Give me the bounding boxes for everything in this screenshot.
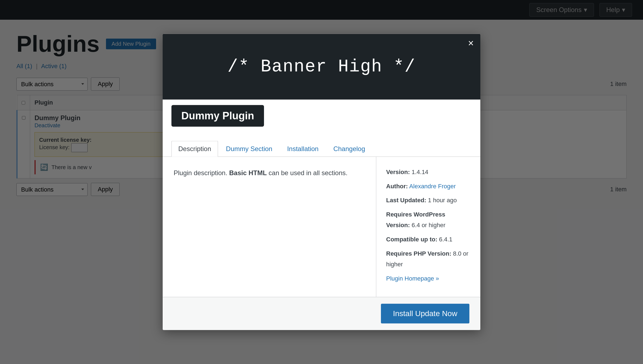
compatible-row: Compatible up to: 6.4.1	[386, 234, 470, 245]
version-row: Version: 1.4.14	[386, 167, 470, 178]
description-text: Plugin description.	[174, 169, 229, 177]
tab-installation[interactable]: Installation	[280, 141, 325, 157]
tab-changelog[interactable]: Changelog	[326, 141, 372, 157]
requires-php-label: Requires PHP Version:	[386, 250, 451, 257]
modal-banner: /* Banner High */	[163, 34, 480, 100]
description-bold: Basic HTML	[229, 169, 267, 177]
author-label: Author:	[386, 183, 408, 189]
author-row: Author: Alexandre Froger	[386, 181, 470, 192]
compatible-value: 6.4.1	[439, 236, 452, 243]
last-updated-row: Last Updated: 1 hour ago	[386, 195, 470, 206]
modal-tabs: Description Dummy Section Installation C…	[163, 132, 480, 157]
tab-description[interactable]: Description	[171, 141, 218, 157]
last-updated-label: Last Updated:	[386, 197, 426, 204]
tab-dummy-section[interactable]: Dummy Section	[219, 141, 279, 157]
install-update-button[interactable]: Install Update Now	[381, 304, 469, 323]
modal-footer: Install Update Now	[163, 297, 480, 330]
banner-text: /* Banner High */	[228, 57, 416, 77]
author-link[interactable]: Alexandre Froger	[409, 183, 456, 189]
compatible-label: Compatible up to:	[386, 236, 437, 243]
last-updated-value: 1 hour ago	[428, 197, 457, 204]
version-label: Version:	[386, 169, 410, 175]
modal-description: Plugin description. Basic HTML can be us…	[163, 157, 376, 297]
plugin-title-pill-text: Dummy Plugin	[181, 110, 254, 122]
requires-wp-row: Requires WordPress Version: 6.4 or highe…	[386, 209, 470, 231]
requires-wp-value: 6.4 or higher	[412, 222, 446, 229]
requires-php-row: Requires PHP Version: 8.0 or higher	[386, 248, 470, 270]
plugin-title-pill: Dummy Plugin	[171, 105, 264, 127]
description-rest: can be used in all sections.	[267, 169, 348, 177]
modal-body: Plugin description. Basic HTML can be us…	[163, 157, 480, 297]
homepage-row: Plugin Homepage »	[386, 273, 470, 284]
plugin-homepage-link[interactable]: Plugin Homepage »	[386, 275, 439, 282]
modal-sidebar: Version: 1.4.14 Author: Alexandre Froger…	[376, 157, 480, 297]
modal-close-button[interactable]: ×	[468, 38, 474, 48]
version-value: 1.4.14	[412, 169, 428, 175]
plugin-modal: × /* Banner High */ Dummy Plugin Descrip…	[163, 34, 480, 330]
